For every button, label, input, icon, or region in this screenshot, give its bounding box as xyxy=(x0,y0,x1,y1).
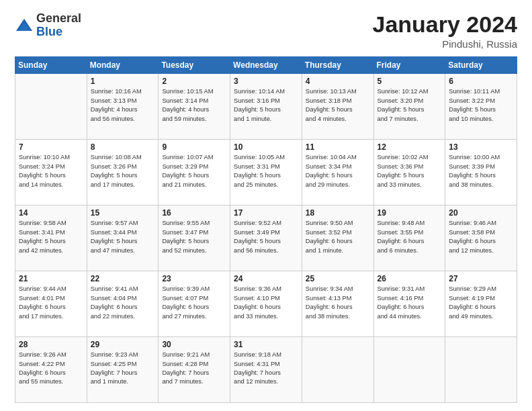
header-monday: Monday xyxy=(87,57,159,74)
day-info: Sunrise: 10:00 AM Sunset: 3:39 PM Daylig… xyxy=(449,153,513,189)
day-info: Sunrise: 9:50 AM Sunset: 3:52 PM Dayligh… xyxy=(306,219,370,255)
title-block: January 2024 Pindushi, Russia xyxy=(373,12,518,50)
day-info: Sunrise: 9:21 AM Sunset: 4:28 PM Dayligh… xyxy=(162,351,226,387)
table-row: 18Sunrise: 9:50 AM Sunset: 3:52 PM Dayli… xyxy=(302,205,373,271)
logo-blue-text: Blue xyxy=(36,26,81,39)
day-number: 9 xyxy=(162,142,226,152)
location-subtitle: Pindushi, Russia xyxy=(373,38,518,50)
table-row: 9Sunrise: 10:07 AM Sunset: 3:29 PM Dayli… xyxy=(159,140,230,205)
table-row: 10Sunrise: 10:05 AM Sunset: 3:31 PM Dayl… xyxy=(230,140,302,205)
table-row: 14Sunrise: 9:58 AM Sunset: 3:41 PM Dayli… xyxy=(15,205,87,271)
day-info: Sunrise: 9:29 AM Sunset: 4:19 PM Dayligh… xyxy=(449,285,513,321)
table-row: 21Sunrise: 9:44 AM Sunset: 4:01 PM Dayli… xyxy=(15,271,87,337)
table-row: 23Sunrise: 9:39 AM Sunset: 4:07 PM Dayli… xyxy=(159,271,230,337)
day-info: Sunrise: 9:39 AM Sunset: 4:07 PM Dayligh… xyxy=(162,285,226,321)
table-row: 7Sunrise: 10:10 AM Sunset: 3:24 PM Dayli… xyxy=(15,140,87,205)
table-row: 19Sunrise: 9:48 AM Sunset: 3:55 PM Dayli… xyxy=(373,205,445,271)
day-info: Sunrise: 9:46 AM Sunset: 3:58 PM Dayligh… xyxy=(449,219,513,255)
day-number: 19 xyxy=(378,208,442,218)
day-number: 23 xyxy=(162,274,226,283)
day-info: Sunrise: 10:04 AM Sunset: 3:34 PM Daylig… xyxy=(306,153,370,189)
day-number: 7 xyxy=(19,142,83,152)
table-row: 17Sunrise: 9:52 AM Sunset: 3:49 PM Dayli… xyxy=(230,205,302,271)
table-row: 12Sunrise: 10:02 AM Sunset: 3:36 PM Dayl… xyxy=(373,140,445,205)
header-thursday: Thursday xyxy=(302,57,373,74)
table-row: 26Sunrise: 9:31 AM Sunset: 4:16 PM Dayli… xyxy=(373,271,445,337)
table-row: 27Sunrise: 9:29 AM Sunset: 4:19 PM Dayli… xyxy=(445,271,517,337)
day-info: Sunrise: 10:05 AM Sunset: 3:31 PM Daylig… xyxy=(234,153,298,189)
week-row-5: 28Sunrise: 9:26 AM Sunset: 4:22 PM Dayli… xyxy=(15,337,517,403)
table-row: 25Sunrise: 9:34 AM Sunset: 4:13 PM Dayli… xyxy=(302,271,373,337)
logo-text: General Blue xyxy=(36,12,81,39)
day-number: 14 xyxy=(19,208,83,218)
week-row-2: 7Sunrise: 10:10 AM Sunset: 3:24 PM Dayli… xyxy=(15,140,517,205)
day-number: 20 xyxy=(449,208,513,218)
table-row: 29Sunrise: 9:23 AM Sunset: 4:25 PM Dayli… xyxy=(87,337,159,403)
table-row: 22Sunrise: 9:41 AM Sunset: 4:04 PM Dayli… xyxy=(87,271,159,337)
day-number: 26 xyxy=(378,274,442,283)
day-info: Sunrise: 9:41 AM Sunset: 4:04 PM Dayligh… xyxy=(91,285,155,321)
day-info: Sunrise: 9:55 AM Sunset: 3:47 PM Dayligh… xyxy=(162,219,226,255)
day-number: 4 xyxy=(306,77,370,86)
day-number: 11 xyxy=(306,142,370,152)
calendar-table: Sunday Monday Tuesday Wednesday Thursday… xyxy=(15,56,517,403)
day-number: 15 xyxy=(91,208,155,218)
day-info: Sunrise: 9:23 AM Sunset: 4:25 PM Dayligh… xyxy=(91,351,155,387)
table-row: 6Sunrise: 10:11 AM Sunset: 3:22 PM Dayli… xyxy=(445,74,517,140)
day-number: 29 xyxy=(91,340,155,349)
day-number: 6 xyxy=(449,77,513,86)
table-row xyxy=(373,337,445,403)
day-number: 30 xyxy=(162,340,226,349)
week-row-4: 21Sunrise: 9:44 AM Sunset: 4:01 PM Dayli… xyxy=(15,271,517,337)
page-header: General Blue January 2024 Pindushi, Russ… xyxy=(15,12,517,50)
table-row: 4Sunrise: 10:13 AM Sunset: 3:18 PM Dayli… xyxy=(302,74,373,140)
table-row xyxy=(302,337,373,403)
month-title: January 2024 xyxy=(373,12,518,37)
table-row: 28Sunrise: 9:26 AM Sunset: 4:22 PM Dayli… xyxy=(15,337,87,403)
day-info: Sunrise: 10:14 AM Sunset: 3:16 PM Daylig… xyxy=(234,87,298,124)
day-info: Sunrise: 9:36 AM Sunset: 4:10 PM Dayligh… xyxy=(234,285,298,321)
day-number: 5 xyxy=(378,77,442,86)
header-saturday: Saturday xyxy=(445,57,517,74)
day-number: 10 xyxy=(234,142,298,152)
weekday-header-row: Sunday Monday Tuesday Wednesday Thursday… xyxy=(15,57,517,74)
logo-general-text: General xyxy=(36,12,81,26)
day-number: 16 xyxy=(162,208,226,218)
day-number: 31 xyxy=(234,340,298,349)
day-number: 25 xyxy=(306,274,370,283)
calendar-page: General Blue January 2024 Pindushi, Russ… xyxy=(0,0,532,411)
table-row: 2Sunrise: 10:15 AM Sunset: 3:14 PM Dayli… xyxy=(159,74,230,140)
day-number: 13 xyxy=(449,142,513,152)
header-tuesday: Tuesday xyxy=(159,57,230,74)
table-row xyxy=(445,337,517,403)
week-row-3: 14Sunrise: 9:58 AM Sunset: 3:41 PM Dayli… xyxy=(15,205,517,271)
day-number: 12 xyxy=(378,142,442,152)
day-number: 1 xyxy=(91,77,155,86)
day-info: Sunrise: 9:34 AM Sunset: 4:13 PM Dayligh… xyxy=(306,285,370,321)
table-row: 24Sunrise: 9:36 AM Sunset: 4:10 PM Dayli… xyxy=(230,271,302,337)
day-number: 27 xyxy=(449,274,513,283)
day-info: Sunrise: 9:52 AM Sunset: 3:49 PM Dayligh… xyxy=(234,219,298,255)
day-number: 18 xyxy=(306,208,370,218)
day-info: Sunrise: 10:08 AM Sunset: 3:26 PM Daylig… xyxy=(91,153,155,189)
week-row-1: 1Sunrise: 10:16 AM Sunset: 3:13 PM Dayli… xyxy=(15,74,517,140)
day-info: Sunrise: 9:44 AM Sunset: 4:01 PM Dayligh… xyxy=(19,285,83,321)
table-row: 20Sunrise: 9:46 AM Sunset: 3:58 PM Dayli… xyxy=(445,205,517,271)
day-info: Sunrise: 10:15 AM Sunset: 3:14 PM Daylig… xyxy=(162,87,226,124)
day-info: Sunrise: 10:10 AM Sunset: 3:24 PM Daylig… xyxy=(19,153,83,189)
day-info: Sunrise: 10:02 AM Sunset: 3:36 PM Daylig… xyxy=(378,153,442,189)
day-info: Sunrise: 9:58 AM Sunset: 3:41 PM Dayligh… xyxy=(19,219,83,255)
header-wednesday: Wednesday xyxy=(230,57,302,74)
day-number: 28 xyxy=(19,340,83,349)
day-info: Sunrise: 9:31 AM Sunset: 4:16 PM Dayligh… xyxy=(378,285,442,321)
day-number: 8 xyxy=(91,142,155,152)
table-row: 30Sunrise: 9:21 AM Sunset: 4:28 PM Dayli… xyxy=(159,337,230,403)
day-number: 24 xyxy=(234,274,298,283)
day-info: Sunrise: 9:48 AM Sunset: 3:55 PM Dayligh… xyxy=(378,219,442,255)
table-row: 13Sunrise: 10:00 AM Sunset: 3:39 PM Dayl… xyxy=(445,140,517,205)
day-number: 17 xyxy=(234,208,298,218)
day-info: Sunrise: 10:07 AM Sunset: 3:29 PM Daylig… xyxy=(162,153,226,189)
logo: General Blue xyxy=(15,12,81,39)
day-number: 22 xyxy=(91,274,155,283)
table-row: 8Sunrise: 10:08 AM Sunset: 3:26 PM Dayli… xyxy=(87,140,159,205)
